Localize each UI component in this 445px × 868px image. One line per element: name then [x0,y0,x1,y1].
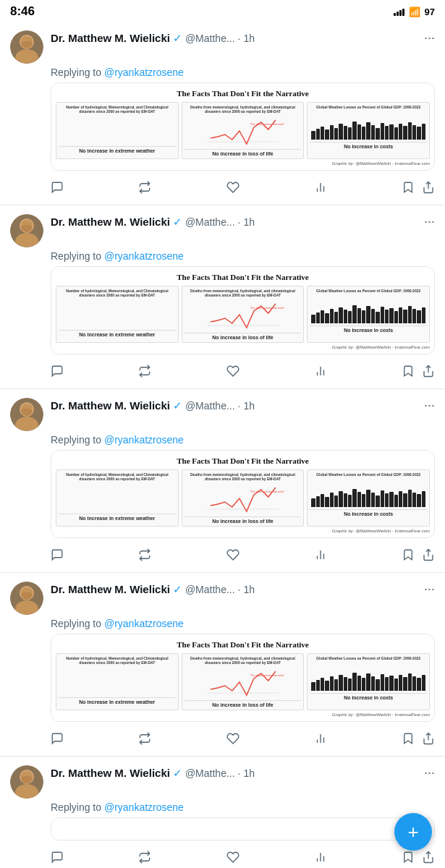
share-button[interactable] [422,365,435,381]
tweet-separator: · [238,400,241,412]
like-button[interactable] [226,181,240,197]
retweet-button[interactable] [138,548,151,565]
avatar[interactable] [10,398,43,431]
reply-button[interactable] [51,732,64,749]
retweet-icon [138,851,151,867]
share-button[interactable] [422,732,435,749]
tweet-separator: · [238,767,241,779]
tweet-item-5: Dr. Matthew M. Wielicki ✓ @Matthe... · 1… [0,757,445,868]
tweet-more-button[interactable]: ··· [418,582,435,597]
tweet-header: Dr. Matthew M. Wielicki ✓ @Matthe... · 1… [10,765,435,799]
verified-badge-icon: ✓ [173,583,182,596]
heart-icon [226,732,240,749]
heart-icon [226,365,240,381]
tweet-reply-label: Replying to @ryankatzrosene [10,434,435,446]
retweet-icon [138,365,151,381]
tweet-actions [51,848,435,868]
tweet-header: Dr. Matthew M. Wielicki ✓ @Matthe... · 1… [10,214,435,247]
heart-icon [226,548,240,565]
tweet-reply-handle[interactable]: @ryankatzrosene [104,67,184,78]
views-button[interactable] [314,365,327,381]
views-button[interactable] [314,548,327,565]
avatar[interactable] [10,582,43,615]
like-button[interactable] [226,365,240,381]
tweet-chart[interactable]: The Facts That Don't Fit the Narrative N… [51,634,435,722]
tweet-author-name: Dr. Matthew M. Wielicki [51,32,170,44]
tweet-chart[interactable]: The Facts That Don't Fit the Narrative N… [51,450,435,538]
bookmark-button[interactable] [402,181,415,197]
bookmark-button[interactable] [402,548,415,565]
reply-button[interactable] [51,181,64,197]
tweet-reply-handle[interactable]: @ryankatzrosene [104,434,184,446]
signal-bars-icon [394,7,404,16]
tweet-reply-handle[interactable]: @ryankatzrosene [104,618,184,629]
reply-button[interactable] [51,365,64,381]
share-icon [422,548,435,565]
retweet-icon [138,181,151,197]
tweet-more-button[interactable]: ··· [418,214,435,229]
tweet-item-3: Dr. Matthew M. Wielicki ✓ @Matthe... · 1… [0,389,445,573]
tweet-name-row: Dr. Matthew M. Wielicki ✓ @Matthe... · 1… [51,765,435,780]
tweet-reply-label: Replying to @ryankatzrosene [10,250,435,262]
heart-icon [226,851,240,867]
reply-button[interactable] [51,851,64,867]
tweet-time: 1h [243,400,255,412]
tweet-reply-handle[interactable]: @ryankatzrosene [104,801,184,813]
tweet-meta: Dr. Matthew M. Wielicki ✓ @Matthe... · 1… [51,30,435,46]
tweet-header: Dr. Matthew M. Wielicki ✓ @Matthe... · 1… [10,30,435,64]
avatar[interactable] [10,30,43,64]
reply-icon [51,732,64,749]
tweet-author-name: Dr. Matthew M. Wielicki [51,399,170,412]
bookmark-button[interactable] [402,732,415,749]
tweet-chart[interactable] [51,817,435,841]
share-button[interactable] [422,851,435,867]
avatar[interactable] [10,765,43,799]
tweet-chart[interactable]: The Facts That Don't Fit the Narrative N… [51,82,435,171]
reply-icon [51,548,64,565]
views-icon [314,181,327,197]
views-button[interactable] [314,851,327,867]
like-button[interactable] [226,548,240,565]
compose-button[interactable]: + [394,813,432,851]
bookmark-icon [402,365,415,381]
views-button[interactable] [314,181,327,197]
tweet-header: Dr. Matthew M. Wielicki ✓ @Matthe... · 1… [10,398,435,431]
bookmark-button[interactable] [402,365,415,381]
bookmark-button[interactable] [402,851,415,867]
tweet-time: 1h [243,767,255,779]
like-button[interactable] [226,851,240,867]
tweet-more-button[interactable]: ··· [418,398,435,413]
status-icons: 📶 97 [394,7,435,17]
wifi-icon: 📶 [409,7,420,17]
tweet-name-row: Dr. Matthew M. Wielicki ✓ @Matthe... · 1… [51,30,435,46]
tweet-reply-label: Replying to @ryankatzrosene [10,801,435,813]
views-button[interactable] [314,732,327,749]
retweet-button[interactable] [138,732,151,749]
views-icon [314,365,327,381]
bookmark-icon [402,851,415,867]
reply-icon [51,365,64,381]
tweet-reply-handle[interactable]: @ryankatzrosene [104,250,184,262]
retweet-button[interactable] [138,365,151,381]
tweet-time: 1h [243,33,255,44]
tweet-meta: Dr. Matthew M. Wielicki ✓ @Matthe... · 1… [51,582,435,597]
retweet-button[interactable] [138,181,151,197]
svg-text:The globe shows warmed!: The globe shows warmed! [250,122,284,126]
share-button[interactable] [422,548,435,565]
share-button[interactable] [422,181,435,197]
svg-text:The globe shows warmed!: The globe shows warmed! [250,673,284,677]
tweet-actions [51,362,435,388]
views-icon [314,732,327,749]
reply-icon [51,181,64,197]
tweet-chart[interactable]: The Facts That Don't Fit the Narrative N… [51,266,435,354]
svg-text:The globe shows warmed!: The globe shows warmed! [250,490,284,493]
reply-button[interactable] [51,548,64,565]
tweet-meta: Dr. Matthew M. Wielicki ✓ @Matthe... · 1… [51,765,435,780]
tweet-more-button[interactable]: ··· [418,765,435,780]
tweet-more-button[interactable]: ··· [418,30,435,46]
tweet-author-name: Dr. Matthew M. Wielicki [51,767,170,779]
retweet-button[interactable] [138,851,151,867]
like-button[interactable] [226,732,240,749]
avatar[interactable] [10,214,43,247]
tweet-separator: · [238,584,241,595]
